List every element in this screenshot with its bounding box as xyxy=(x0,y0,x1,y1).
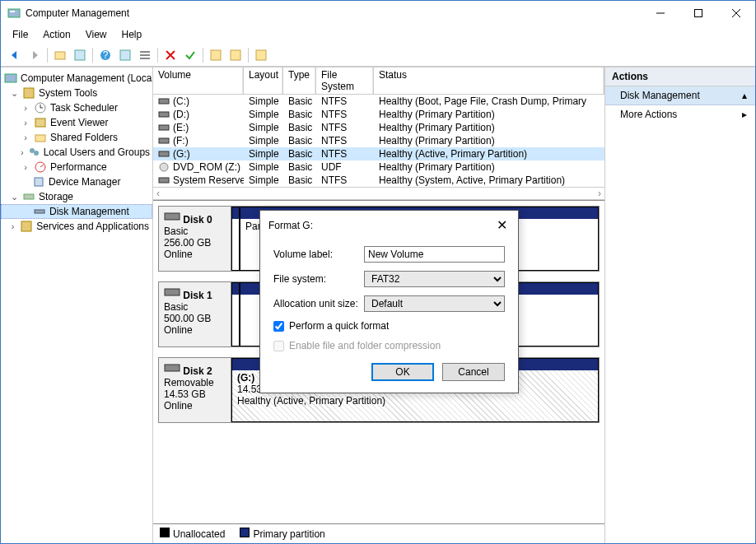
minimize-button[interactable] xyxy=(642,1,679,26)
svg-rect-41 xyxy=(165,365,180,371)
volume-label-input[interactable] xyxy=(364,246,505,263)
svg-rect-0 xyxy=(8,9,20,17)
volume-list-header: Volume Layout Type File System Status xyxy=(153,67,604,95)
svg-rect-33 xyxy=(159,112,169,117)
partition-status: Healthy (Active, Primary Partition) xyxy=(237,395,385,407)
tree-storage[interactable]: ⌄Storage xyxy=(1,189,152,204)
menu-bar: File Action View Help xyxy=(1,26,755,44)
tree-label: Task Scheduler xyxy=(50,102,118,114)
tree-performance[interactable]: ›Performance xyxy=(1,160,152,174)
chevron-right-icon[interactable]: › xyxy=(9,221,16,231)
up-button[interactable] xyxy=(51,46,69,64)
tree-shared-folders[interactable]: ›Shared Folders xyxy=(1,130,152,145)
legend-swatch-primary xyxy=(240,528,250,537)
refresh-button[interactable] xyxy=(116,46,134,64)
hscroll[interactable]: ‹› xyxy=(153,187,604,200)
volume-icon xyxy=(158,136,170,146)
tree-task-scheduler[interactable]: ›Task Scheduler xyxy=(1,100,152,115)
chevron-down-icon[interactable]: ⌄ xyxy=(9,88,19,99)
tree-label: Event Viewer xyxy=(50,117,108,128)
disk-label: Disk 1 xyxy=(183,290,212,301)
list-button[interactable] xyxy=(136,46,154,64)
tree-root-label: Computer Management (Local xyxy=(21,72,153,84)
volume-list[interactable]: (C:)SimpleBasicNTFSHealthy (Boot, Page F… xyxy=(153,95,604,187)
tool-button-3[interactable] xyxy=(252,46,270,64)
partition[interactable] xyxy=(231,282,240,346)
check-button[interactable] xyxy=(181,46,199,64)
actions-more[interactable]: More Actions▸ xyxy=(605,105,755,123)
svg-rect-22 xyxy=(35,119,45,127)
legend-label: Primary partition xyxy=(253,528,324,540)
ok-button[interactable]: OK xyxy=(371,363,434,381)
actions-disk-management[interactable]: Disk Management▴ xyxy=(605,86,755,105)
delete-button[interactable] xyxy=(161,46,180,64)
chevron-down-icon[interactable]: ⌄ xyxy=(9,192,19,202)
svg-rect-30 xyxy=(35,210,44,213)
svg-rect-18 xyxy=(24,88,34,98)
tree-event-viewer[interactable]: ›Event Viewer xyxy=(1,115,152,130)
disk-info: Disk 0 Basic 256.00 GB Online xyxy=(159,207,231,271)
svg-rect-13 xyxy=(140,58,150,59)
col-layout[interactable]: Layout xyxy=(244,67,283,94)
tree-disk-management[interactable]: Disk Management xyxy=(1,204,152,219)
volume-row[interactable]: (C:)SimpleBasicNTFSHealthy (Boot, Page F… xyxy=(153,95,604,108)
partition[interactable] xyxy=(231,207,240,271)
volume-row[interactable]: DVD_ROM (Z:)SimpleBasicUDFHealthy (Prima… xyxy=(153,160,604,174)
file-system-label: File system: xyxy=(273,273,364,285)
volume-icon xyxy=(158,162,170,172)
col-fs[interactable]: File System xyxy=(316,67,374,94)
chevron-right-icon[interactable]: › xyxy=(21,103,30,113)
tree-local-users[interactable]: ›Local Users and Groups xyxy=(1,145,152,160)
svg-rect-36 xyxy=(159,151,169,156)
volume-label-label: Volume label: xyxy=(273,249,364,260)
menu-file[interactable]: File xyxy=(6,27,35,42)
svg-rect-15 xyxy=(231,50,240,60)
tree-system-tools[interactable]: ⌄ System Tools xyxy=(1,86,152,100)
tree-label: Disk Management xyxy=(49,206,129,217)
collapse-icon: ▴ xyxy=(742,90,747,101)
dialog-close-button[interactable]: ✕ xyxy=(493,217,510,233)
chevron-right-icon[interactable]: › xyxy=(21,162,30,172)
tree-label: System Tools xyxy=(39,87,97,99)
actions-label: More Actions xyxy=(620,109,677,120)
col-volume[interactable]: Volume xyxy=(153,67,244,94)
back-button[interactable] xyxy=(6,46,24,64)
tool-button-1[interactable] xyxy=(207,46,225,64)
chevron-right-icon[interactable]: › xyxy=(21,147,24,157)
tree-device-manager[interactable]: Device Manager xyxy=(1,174,152,189)
svg-rect-38 xyxy=(159,178,169,183)
menu-view[interactable]: View xyxy=(79,27,114,42)
tool-button-2[interactable] xyxy=(226,46,245,64)
menu-help[interactable]: Help xyxy=(115,27,149,42)
quick-format-checkbox[interactable] xyxy=(273,321,284,332)
allocation-unit-select[interactable]: Default xyxy=(364,295,505,312)
tree-label: Shared Folders xyxy=(50,132,118,143)
help-button[interactable]: ? xyxy=(96,46,114,64)
volume-row[interactable]: System ReservedSimpleBasicNTFSHealthy (S… xyxy=(153,174,604,187)
menu-action[interactable]: Action xyxy=(36,27,77,42)
svg-text:?: ? xyxy=(103,49,109,61)
disk-size: 500.00 GB xyxy=(164,313,211,324)
col-status[interactable]: Status xyxy=(374,67,604,94)
svg-rect-39 xyxy=(165,213,180,220)
col-type[interactable]: Type xyxy=(283,67,316,94)
forward-button[interactable] xyxy=(26,46,44,64)
disk-state: Online xyxy=(164,324,193,336)
disk-label: Disk 0 xyxy=(183,214,212,226)
cancel-button[interactable]: Cancel xyxy=(442,363,505,381)
compression-label: Enable file and folder compression xyxy=(289,340,441,351)
close-button[interactable] xyxy=(717,1,755,26)
file-system-select[interactable]: FAT32 xyxy=(364,271,505,287)
maximize-button[interactable] xyxy=(679,1,717,26)
actions-header: Actions xyxy=(605,67,755,86)
chevron-right-icon[interactable]: › xyxy=(21,118,30,128)
chevron-right-icon[interactable]: › xyxy=(21,133,30,142)
navigation-tree[interactable]: Computer Management (Local ⌄ System Tool… xyxy=(1,67,153,543)
volume-row[interactable]: (F:)SimpleBasicNTFSHealthy (Primary Part… xyxy=(153,134,604,147)
volume-row[interactable]: (E:)SimpleBasicNTFSHealthy (Primary Part… xyxy=(153,121,604,134)
volume-row[interactable]: (G:)SimpleBasicNTFSHealthy (Active, Prim… xyxy=(153,147,604,160)
properties-button[interactable] xyxy=(71,46,89,64)
tree-services[interactable]: ›Services and Applications xyxy=(1,219,152,234)
tree-root[interactable]: Computer Management (Local xyxy=(1,71,152,86)
volume-row[interactable]: (D:)SimpleBasicNTFSHealthy (Primary Part… xyxy=(153,108,604,121)
